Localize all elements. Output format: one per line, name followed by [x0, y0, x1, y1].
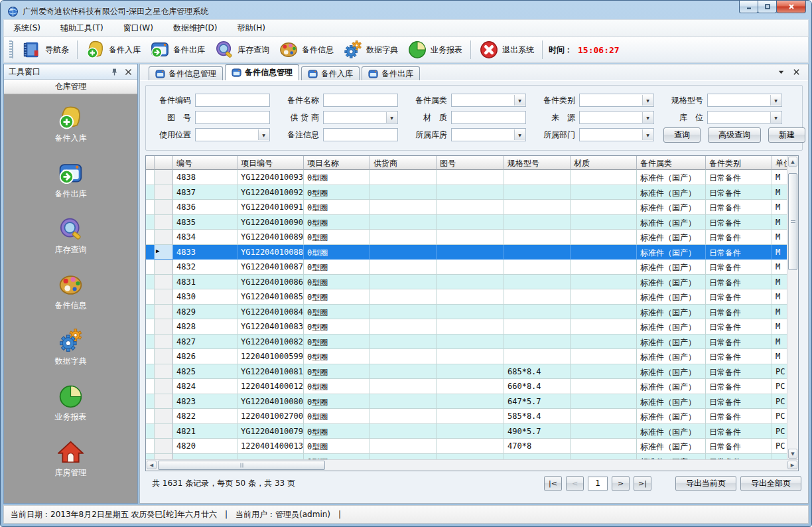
cell[interactable]: 0型圈: [304, 439, 370, 454]
sidebar-item-report[interactable]: 业务报表: [55, 384, 87, 423]
cell[interactable]: 日常备件: [706, 275, 772, 290]
cell[interactable]: M: [772, 335, 787, 350]
cell[interactable]: 470*8: [504, 439, 571, 454]
export-all-pages-button[interactable]: 导出全部页: [740, 476, 801, 491]
table-row[interactable]: 482412204014000120型圈660*8.4标准件（国产）日常备件PC: [146, 379, 787, 394]
row-selector-cell[interactable]: [155, 454, 173, 460]
cell[interactable]: [437, 439, 504, 454]
cell[interactable]: 0型圈: [304, 215, 370, 230]
table-row[interactable]: 482212204010027000型圈585*8.4标准件（国产）日常备件PC: [146, 409, 787, 424]
department-combobox[interactable]: [579, 128, 654, 141]
cell[interactable]: 日常备件: [706, 349, 772, 364]
cell[interactable]: M: [772, 170, 787, 185]
table-row[interactable]: 0型圈标准件（国产）日常备件: [146, 454, 787, 460]
tab-spare-info-mgmt-1[interactable]: 备件信息管理: [149, 66, 223, 80]
cell[interactable]: YG12204010083: [237, 319, 304, 335]
cell[interactable]: [504, 260, 571, 275]
cell[interactable]: PC: [772, 409, 787, 424]
cell[interactable]: [437, 379, 504, 394]
cell[interactable]: [437, 260, 504, 275]
cell[interactable]: [437, 245, 504, 260]
cell[interactable]: 标准件（国产）: [637, 275, 706, 290]
cell[interactable]: 日常备件: [706, 335, 772, 350]
cell[interactable]: 标准件（国产）: [637, 424, 706, 439]
toolbar-button-spare-in[interactable]: 备件入库: [81, 38, 145, 61]
cell[interactable]: 0型圈: [304, 275, 370, 290]
cell[interactable]: 0型圈: [304, 319, 370, 335]
cell[interactable]: 0型圈: [304, 379, 370, 394]
cell[interactable]: 647*5.7: [504, 394, 571, 410]
cell[interactable]: 日常备件: [706, 245, 772, 260]
drawing-no-input[interactable]: [195, 111, 270, 124]
cell[interactable]: [571, 275, 637, 290]
toolbar-button-navbar[interactable]: 导航条: [17, 38, 74, 61]
column-header-3[interactable]: 项目名称: [304, 156, 370, 170]
cell[interactable]: 0型圈: [304, 200, 370, 215]
cell[interactable]: YG12204010092: [237, 185, 304, 200]
cell[interactable]: [370, 364, 437, 380]
maximize-button[interactable]: [758, 1, 777, 13]
row-selector-cell[interactable]: [155, 379, 173, 394]
table-row[interactable]: 4837YG122040100920型圈标准件（国产）日常备件M: [146, 185, 787, 200]
cell[interactable]: M: [772, 349, 787, 364]
cell[interactable]: 4836: [173, 200, 237, 215]
cell[interactable]: 日常备件: [706, 170, 772, 185]
cell[interactable]: 0型圈: [304, 349, 370, 364]
sidebar-item-stock-query[interactable]: 库存查询: [55, 216, 87, 256]
sidebar-item-spare-in[interactable]: 备件入库: [55, 105, 87, 144]
page-number-input[interactable]: [588, 477, 608, 490]
warehouse-combobox[interactable]: [451, 128, 526, 141]
cell[interactable]: [437, 349, 504, 364]
remark-input[interactable]: [323, 128, 398, 141]
cell[interactable]: [437, 170, 504, 185]
spare-type-combobox[interactable]: [579, 94, 654, 107]
row-selector-cell[interactable]: [155, 260, 173, 275]
sidebar-item-spare-out[interactable]: 备件出库: [55, 161, 87, 200]
cell[interactable]: 标准件（国产）: [637, 409, 706, 424]
cell[interactable]: 0型圈: [304, 170, 370, 185]
cell[interactable]: [437, 424, 504, 439]
cell[interactable]: 685*8.4: [504, 364, 571, 380]
cell[interactable]: [504, 230, 571, 245]
table-row[interactable]: 4821YG122040100790型圈490*5.7标准件（国产）日常备件PC: [146, 424, 787, 439]
cell[interactable]: [370, 230, 437, 245]
cell[interactable]: 4821: [173, 424, 237, 439]
last-page-button[interactable]: >|: [634, 476, 651, 491]
cell[interactable]: M: [772, 215, 787, 230]
row-selector-cell[interactable]: [155, 439, 173, 454]
cell[interactable]: 4834: [173, 230, 237, 245]
cell[interactable]: 1220401002700: [237, 409, 304, 424]
horizontal-scroll-thumb[interactable]: [158, 461, 325, 470]
close-button[interactable]: [776, 1, 806, 13]
prev-page-button[interactable]: <: [566, 476, 584, 491]
cell[interactable]: YG12204010087: [237, 260, 304, 275]
cell[interactable]: 0型圈: [304, 260, 370, 275]
cell[interactable]: 日常备件: [706, 230, 772, 245]
cell[interactable]: 4827: [173, 335, 237, 350]
cell[interactable]: [504, 335, 571, 350]
cell[interactable]: 标准件（国产）: [637, 379, 706, 394]
cell[interactable]: 标准件（国产）: [637, 364, 706, 380]
cell[interactable]: [370, 260, 437, 275]
cell[interactable]: YG12204010081: [237, 364, 304, 380]
cell[interactable]: 4835: [173, 215, 237, 230]
table-row[interactable]: 4835YG122040100900型圈标准件（国产）日常备件M: [146, 215, 787, 230]
cell[interactable]: 标准件（国产）: [637, 454, 706, 460]
cell[interactable]: [173, 454, 237, 460]
cell[interactable]: [370, 215, 437, 230]
cell[interactable]: 标准件（国产）: [637, 200, 706, 215]
sidebar-item-spare-info[interactable]: 备件信息: [55, 272, 87, 311]
cell[interactable]: PC: [772, 439, 787, 454]
cell[interactable]: [437, 215, 504, 230]
cell[interactable]: 标准件（国产）: [637, 335, 706, 350]
cell[interactable]: 0型圈: [304, 454, 370, 460]
table-row[interactable]: 482612204010005990型圈标准件（国产）日常备件M: [146, 349, 787, 364]
toolbar-grip[interactable]: [9, 40, 12, 59]
cell[interactable]: 标准件（国产）: [637, 185, 706, 200]
scroll-down-icon[interactable]: ▼: [788, 449, 797, 459]
cell[interactable]: M: [772, 289, 787, 305]
menu-item-aux-tools[interactable]: 辅助工具(T): [60, 23, 103, 34]
cell[interactable]: 标准件（国产）: [637, 349, 706, 364]
cell[interactable]: 1220401000599: [237, 349, 304, 364]
cell[interactable]: M: [772, 230, 787, 245]
